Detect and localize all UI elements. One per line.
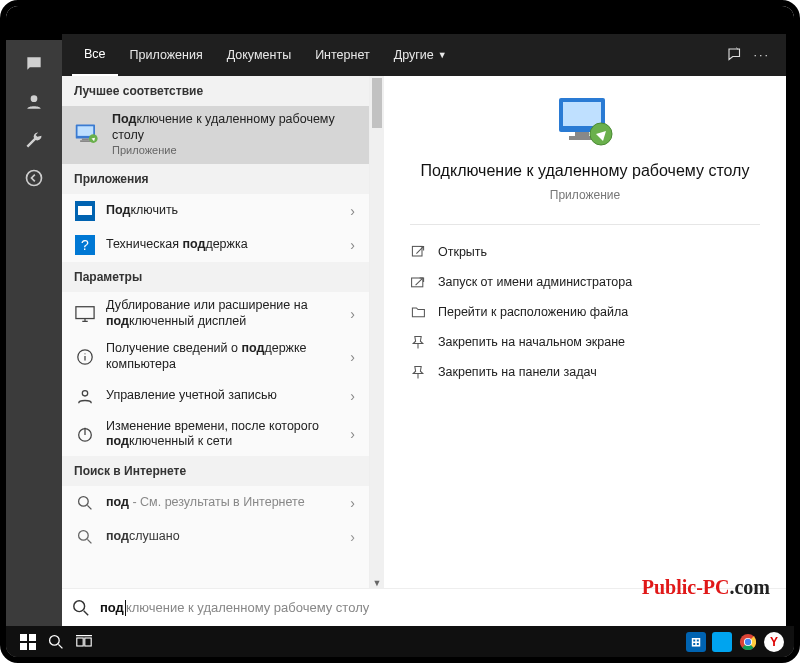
svg-rect-31 [77, 638, 83, 646]
svg-rect-29 [29, 643, 36, 650]
connect-icon [74, 200, 96, 222]
section-web: Поиск в Интернете [62, 456, 369, 486]
chevron-right-icon: › [346, 426, 359, 442]
search-icon [72, 599, 90, 617]
taskbar: ⊞ Y [6, 626, 794, 657]
search-icon [74, 492, 96, 514]
back-icon[interactable] [24, 168, 44, 188]
match-bold: Под [112, 112, 136, 126]
chevron-down-icon: ▼ [438, 50, 447, 60]
system-tray: ⊞ Y [686, 632, 790, 652]
search-typed: под [100, 600, 124, 615]
scroll-thumb[interactable] [372, 78, 382, 128]
svg-rect-5 [80, 140, 91, 142]
search-icon [74, 526, 96, 548]
tray-icon[interactable] [712, 632, 732, 652]
preview-title: Подключение к удаленному рабочему столу [404, 160, 766, 182]
app-result[interactable]: ? Техническая поддержка › [62, 228, 369, 262]
info-icon [74, 346, 96, 368]
pin-icon [410, 364, 426, 380]
app-result[interactable]: Подключить › [62, 194, 369, 228]
match-rest: ключение к удаленному рабочему столу [112, 112, 335, 142]
section-settings: Параметры [62, 262, 369, 292]
svg-rect-11 [76, 306, 94, 318]
more-icon[interactable]: ··· [754, 48, 770, 62]
start-button[interactable] [10, 626, 46, 657]
preview-pane: Подключение к удаленному рабочему столу … [384, 76, 786, 588]
tray-yandex-icon[interactable]: Y [764, 632, 784, 652]
svg-rect-23 [412, 246, 422, 256]
rdp-large-icon [551, 94, 619, 150]
tab-all[interactable]: Все [72, 34, 118, 76]
svg-rect-3 [78, 126, 94, 136]
svg-point-0 [31, 95, 38, 102]
tab-more[interactable]: Другие▼ [382, 34, 459, 76]
tab-apps[interactable]: Приложения [118, 34, 215, 76]
taskbar-search-icon[interactable] [46, 626, 66, 657]
tray-chrome-icon[interactable] [738, 632, 758, 652]
search-suggestion: ключение к удаленному рабочему столу [126, 600, 369, 615]
results-column: Лучшее соответствие Подключение к удален… [62, 76, 370, 588]
chevron-right-icon: › [346, 349, 359, 365]
tray-icon[interactable]: ⊞ [686, 632, 706, 652]
chevron-right-icon: › [346, 495, 359, 511]
setting-result[interactable]: Дублирование или расширение на подключен… [62, 292, 369, 335]
divider [410, 224, 760, 225]
pin-icon [410, 334, 426, 350]
chevron-right-icon: › [346, 237, 359, 253]
scrollbar[interactable]: ▲ ▼ [370, 76, 384, 588]
open-icon [410, 244, 426, 260]
svg-point-30 [50, 635, 60, 645]
action-run-admin[interactable]: Запуск от имени администратора [402, 267, 768, 297]
svg-rect-19 [575, 132, 589, 136]
person-icon[interactable] [24, 92, 44, 112]
action-file-location[interactable]: Перейти к расположению файла [402, 297, 768, 327]
svg-point-15 [79, 496, 89, 506]
setting-result[interactable]: Получение сведений о поддержке компьютер… [62, 335, 369, 378]
power-icon [74, 423, 96, 445]
svg-rect-4 [82, 139, 89, 141]
tab-docs[interactable]: Документы [215, 34, 303, 76]
preview-subtitle: Приложение [404, 188, 766, 202]
admin-icon [410, 274, 426, 290]
svg-point-37 [745, 638, 751, 644]
support-icon: ? [74, 234, 96, 256]
best-match-result[interactable]: Подключение к удаленному рабочему столу … [62, 106, 369, 164]
search-tabs: Все Приложения Документы Интернет Другие… [62, 34, 786, 76]
rdp-icon [74, 121, 102, 149]
svg-rect-26 [20, 634, 27, 641]
match-sub: Приложение [112, 144, 359, 158]
section-best-match: Лучшее соответствие [62, 76, 369, 106]
feedback-icon[interactable] [726, 46, 744, 64]
web-result[interactable]: под - См. результаты в Интернете › [62, 486, 369, 520]
display-icon [74, 303, 96, 325]
setting-result[interactable]: Изменение времени, после которого подклю… [62, 413, 369, 456]
web-result[interactable]: подслушано › [62, 520, 369, 554]
svg-rect-32 [85, 638, 91, 646]
chevron-right-icon: › [346, 388, 359, 404]
chat-icon[interactable] [24, 54, 44, 74]
watermark: Public-PC.com [642, 576, 770, 599]
svg-rect-8 [78, 206, 92, 215]
action-open[interactable]: Открыть [402, 237, 768, 267]
task-view-button[interactable] [66, 626, 102, 657]
wrench-icon[interactable] [24, 130, 44, 150]
chevron-right-icon: › [346, 529, 359, 545]
scroll-down-icon[interactable]: ▼ [370, 578, 384, 588]
action-pin-start[interactable]: Закрепить на начальном экране [402, 327, 768, 357]
svg-text:?: ? [81, 237, 89, 253]
search-panel: Все Приложения Документы Интернет Другие… [62, 34, 786, 626]
section-apps: Приложения [62, 164, 369, 194]
folder-icon [410, 304, 426, 320]
cortana-rail [6, 40, 62, 630]
svg-point-13 [82, 390, 87, 395]
svg-rect-27 [29, 634, 36, 641]
action-pin-taskbar[interactable]: Закрепить на панели задач [402, 357, 768, 387]
account-icon [74, 385, 96, 407]
chevron-right-icon: › [346, 203, 359, 219]
setting-result[interactable]: Управление учетной записью › [62, 379, 369, 413]
svg-rect-28 [20, 643, 27, 650]
svg-point-25 [74, 601, 85, 612]
tab-web[interactable]: Интернет [303, 34, 382, 76]
svg-point-1 [27, 171, 42, 186]
